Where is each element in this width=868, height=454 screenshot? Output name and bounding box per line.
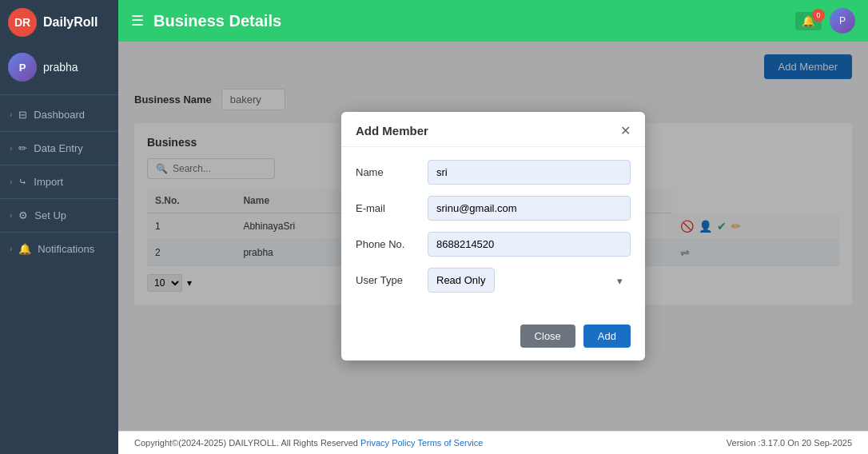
usertype-select-wrapper: Read OnlyAdminEditor (428, 268, 631, 293)
footer: Copyright©(2024-2025) DAILYROLL. All Rig… (118, 431, 868, 454)
phone-field[interactable] (428, 232, 631, 257)
add-button[interactable]: Add (583, 325, 631, 348)
sidebar-item-notifications[interactable]: › 🔔 Notifications (0, 236, 118, 262)
copyright-text: Copyright©(2024-2025) DAILYROLL. All Rig… (134, 438, 360, 448)
notification-badge: 0 (812, 9, 825, 22)
modal-title: Add Member (356, 124, 428, 137)
phone-row: Phone No. (356, 232, 631, 257)
avatar: P (8, 53, 37, 82)
topbar-left: ☰ Business Details (131, 12, 281, 30)
email-field[interactable] (428, 196, 631, 221)
logo-icon: DR (8, 8, 37, 37)
topbar-right: 🔔 0 P (795, 8, 855, 34)
footer-version: Version :3.17.0 On 20 Sep-2025 (727, 438, 852, 448)
expand-icon: › (10, 110, 12, 119)
footer-left: Copyright©(2024-2025) DAILYROLL. All Rig… (134, 438, 483, 448)
sidebar-item-data-entry[interactable]: › ✏ Data Entry (0, 135, 118, 161)
name-label: Name (356, 166, 428, 178)
terms-of-service-link[interactable]: Terms of Service (417, 438, 483, 448)
expand-icon: › (10, 211, 12, 220)
expand-icon: › (10, 177, 12, 186)
dashboard-icon: ⊟ (18, 109, 27, 121)
sidebar-item-label: Dashboard (34, 109, 85, 121)
setup-icon: ⚙ (18, 209, 28, 221)
sidebar-nav: › ⊟ Dashboard › ✏ Data Entry › ⤷ Import … (0, 95, 118, 454)
name-field[interactable] (428, 160, 631, 185)
expand-icon: › (10, 245, 12, 253)
sidebar-username: prabha (43, 61, 78, 74)
topbar: ☰ Business Details 🔔 0 P (118, 0, 868, 42)
hamburger-icon[interactable]: ☰ (131, 12, 144, 30)
sidebar-item-label: Set Up (34, 209, 66, 221)
close-icon[interactable]: ✕ (620, 123, 631, 138)
usertype-select[interactable]: Read OnlyAdminEditor (428, 268, 495, 293)
usertype-row: User Type Read OnlyAdminEditor (356, 268, 631, 293)
data-entry-icon: ✏ (18, 142, 27, 154)
email-row: E-mail (356, 196, 631, 221)
modal-footer: Close Add (341, 317, 645, 360)
import-icon: ⤷ (18, 176, 27, 188)
sidebar-item-dashboard[interactable]: › ⊟ Dashboard (0, 102, 118, 128)
logo-text: DailyRoll (43, 15, 98, 30)
sidebar-item-import[interactable]: › ⤷ Import (0, 169, 118, 195)
notifications-icon: 🔔 (18, 243, 31, 255)
email-label: E-mail (356, 202, 428, 214)
add-member-modal: Add Member ✕ Name E-mail Phone No. (341, 112, 645, 360)
modal-header: Add Member ✕ (341, 112, 645, 147)
sidebar-logo: DR DailyRoll (0, 0, 118, 45)
expand-icon: › (10, 144, 12, 153)
sidebar-item-label: Import (34, 176, 63, 188)
sidebar: DR DailyRoll P prabha › ⊟ Dashboard › ✏ … (0, 0, 118, 454)
phone-label: Phone No. (356, 238, 428, 250)
main-area: ☰ Business Details 🔔 0 P Add Member Busi… (118, 0, 868, 454)
modal-body: Name E-mail Phone No. User Type (341, 147, 645, 317)
modal-overlay: Add Member ✕ Name E-mail Phone No. (118, 42, 868, 431)
sidebar-user: P prabha (0, 45, 118, 95)
user-avatar[interactable]: P (830, 8, 855, 34)
close-button[interactable]: Close (520, 325, 575, 348)
usertype-label: User Type (356, 274, 428, 286)
privacy-policy-link[interactable]: Privacy Policy (360, 438, 415, 448)
sidebar-item-label: Data Entry (34, 142, 82, 154)
notifications-button[interactable]: 🔔 0 (795, 12, 822, 30)
sidebar-item-label: Notifications (38, 243, 94, 255)
content-area: Add Member Business Name bakery Business… (118, 42, 868, 431)
sidebar-item-setup[interactable]: › ⚙ Set Up (0, 202, 118, 229)
page-title: Business Details (153, 12, 281, 30)
name-row: Name (356, 160, 631, 185)
